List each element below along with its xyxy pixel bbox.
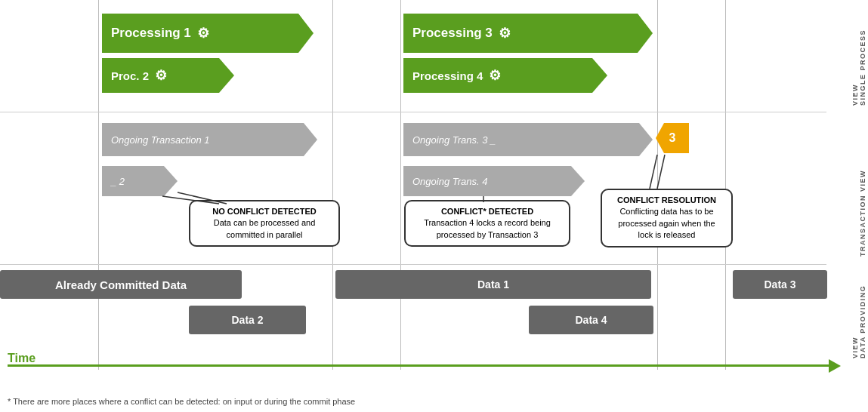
h-divider-1	[0, 112, 826, 112]
callout-no-conflict: NO CONFLICT DETECTED Data can be process…	[189, 200, 340, 247]
proc3-label: Processing 3	[412, 26, 493, 41]
transaction-view-label: TRANSACTION VIEW	[859, 117, 866, 257]
trans4-arrow: Ongoing Trans. 4	[403, 166, 585, 196]
callout1-body: Data can be processed andcommitted in pa…	[214, 218, 316, 238]
data1-label: Data 1	[477, 278, 509, 291]
callout-conflict: CONFLICT* DETECTED Transaction 4 locks a…	[404, 200, 570, 247]
trans2-arrow: _ 2	[102, 166, 178, 196]
divider-3	[400, 0, 401, 370]
callout3-body: Conflicting data has to beprocessed agai…	[618, 207, 715, 239]
trans1-label: Ongoing Transaction 1	[111, 134, 210, 146]
callout3-title: CONFLICT RESOLUTION	[610, 195, 724, 206]
data4-label: Data 4	[575, 314, 607, 326]
data-already-bar: Already Committed Data	[0, 270, 242, 299]
svg-line-4	[650, 155, 657, 189]
proc2-gear: ⚙	[155, 67, 167, 84]
data2-bar: Data 2	[189, 306, 306, 334]
proc4-gear: ⚙	[489, 67, 501, 84]
data2-label: Data 2	[231, 314, 263, 326]
trans4-label: Ongoing Trans. 4	[412, 176, 487, 187]
single-process-label: SINGLE PROCESS VIEW	[851, 8, 866, 106]
divider-5	[725, 0, 726, 370]
proc1-gear: ⚙	[197, 25, 209, 42]
divider-4	[657, 0, 658, 370]
data-already-label: Already Committed Data	[55, 278, 187, 291]
conflict-marker: 3	[656, 123, 689, 153]
trans3-arrow: Ongoing Trans. 3 _	[403, 123, 653, 156]
timeline	[8, 364, 830, 367]
footnote: * There are more places where a conflict…	[8, 397, 355, 406]
proc4-label: Processing 4	[412, 69, 483, 82]
data-view-label: DATA PROVIDING VIEW	[851, 268, 866, 358]
proc3-gear: ⚙	[499, 25, 511, 42]
callout-resolution: CONFLICT RESOLUTION Conflicting data has…	[601, 189, 733, 248]
proc2-arrow: Proc. 2 ⚙	[102, 58, 234, 93]
svg-line-3	[657, 155, 665, 189]
data3-bar: Data 3	[733, 270, 827, 299]
diagram-container: Processing 1 ⚙ Proc. 2 ⚙ Processing 3 ⚙ …	[0, 0, 868, 412]
data4-bar: Data 4	[529, 306, 653, 334]
data1-bar: Data 1	[335, 270, 651, 299]
callout2-body: Transaction 4 locks a record beingproces…	[424, 218, 551, 238]
trans3-label: Ongoing Trans. 3 _	[412, 134, 496, 146]
proc3-arrow: Processing 3 ⚙	[403, 14, 653, 53]
conflict-number: 3	[669, 131, 676, 145]
trans1-arrow: Ongoing Transaction 1	[102, 123, 317, 156]
h-divider-2	[0, 264, 826, 265]
proc1-label: Processing 1	[111, 26, 191, 41]
proc1-arrow: Processing 1 ⚙	[102, 14, 314, 53]
time-label: Time	[8, 352, 36, 365]
proc2-label: Proc. 2	[111, 69, 149, 82]
callout2-title: CONFLICT* DETECTED	[413, 206, 561, 217]
proc4-arrow: Processing 4 ⚙	[403, 58, 607, 93]
callout1-title: NO CONFLICT DETECTED	[198, 206, 331, 217]
divider-2	[332, 0, 333, 370]
divider-1	[98, 0, 99, 370]
trans2-label: _ 2	[111, 176, 125, 187]
data3-label: Data 3	[764, 278, 795, 291]
